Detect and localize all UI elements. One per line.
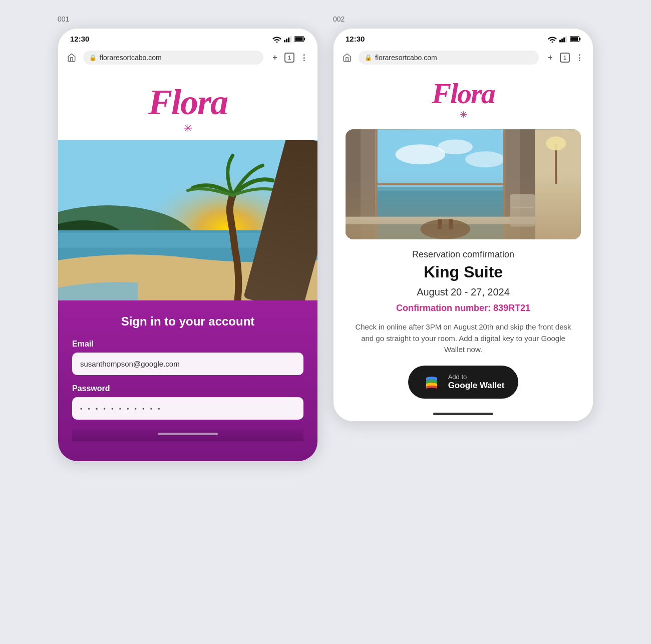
screen1-label: 001 — [58, 15, 69, 23]
svg-rect-37 — [555, 144, 557, 184]
phone2: 12:30 — [333, 28, 593, 422]
email-label: Email — [72, 340, 303, 349]
add-to-wallet-button[interactable]: Add to Google Wallet — [408, 366, 519, 399]
phone2-page-content: Flora ✳ — [334, 69, 593, 421]
svg-rect-20 — [579, 38, 581, 40]
wallet-text: Add to Google Wallet — [448, 373, 505, 391]
tab-count-2[interactable]: 1 — [560, 53, 570, 63]
room-svg — [346, 129, 581, 239]
tab-count-1[interactable]: 1 — [284, 53, 294, 63]
status-icons-1 — [272, 36, 305, 43]
svg-point-30 — [465, 151, 505, 167]
wifi-icon-2 — [548, 36, 557, 43]
svg-point-41 — [420, 219, 470, 239]
svg-point-0 — [276, 41, 278, 43]
svg-rect-4 — [290, 36, 291, 42]
phone1: 12:30 — [58, 28, 318, 462]
svg-rect-1 — [284, 40, 285, 42]
wallet-name-text: Google Wallet — [448, 381, 505, 391]
home-bar-2 — [433, 413, 493, 415]
svg-rect-35 — [520, 129, 535, 239]
email-input[interactable]: susanthompson@google.com — [72, 353, 303, 375]
wifi-icon — [272, 36, 281, 43]
browser-actions-2: + 1 ⋮ — [543, 50, 587, 65]
room-type: King Suite — [346, 263, 581, 281]
flora-asterisk-1: ✳ — [183, 122, 192, 135]
home-button-1[interactable] — [64, 50, 79, 65]
battery-icon — [294, 36, 305, 43]
svg-rect-16 — [561, 39, 563, 42]
svg-point-28 — [396, 144, 446, 164]
svg-rect-39 — [346, 217, 535, 239]
reservation-dates: August 20 - 27, 2024 — [346, 286, 581, 298]
browser-bar-2: 🔒 floraresortcabo.com + 1 ⋮ — [334, 46, 593, 69]
checkin-instructions: Check in online after 3PM on August 20th… — [346, 321, 581, 356]
beach-svg — [58, 140, 317, 300]
home-button-2[interactable] — [340, 50, 355, 65]
password-dots: • • • • • • • • • • • — [80, 406, 162, 413]
browser-actions-1: + 1 ⋮ — [267, 50, 311, 65]
svg-rect-27 — [376, 187, 505, 191]
menu-button-2[interactable]: ⋮ — [572, 50, 587, 65]
svg-rect-43 — [449, 219, 453, 229]
google-wallet-icon — [422, 373, 441, 392]
add-tab-button-1[interactable]: + — [267, 50, 282, 65]
url-text-2: floraresortcabo.com — [375, 54, 437, 62]
signal-icon-2 — [559, 36, 567, 43]
status-icons-2 — [548, 36, 581, 43]
browser-bar-1: 🔒 floraresortcabo.com + 1 ⋮ — [58, 46, 317, 69]
svg-rect-21 — [570, 37, 578, 41]
svg-rect-33 — [376, 183, 505, 185]
svg-rect-18 — [565, 36, 567, 42]
lock-icon-1: 🔒 — [89, 54, 97, 61]
signin-section: Sign in to your account Email susanthomp… — [58, 300, 317, 461]
status-time-2: 12:30 — [346, 35, 365, 43]
battery-icon-2 — [570, 36, 581, 43]
status-bar-1: 12:30 — [58, 29, 317, 46]
svg-rect-7 — [295, 37, 302, 41]
password-input[interactable]: • • • • • • • • • • • — [72, 397, 303, 420]
url-text-1: floraresortcabo.com — [100, 54, 162, 62]
flora-logo-1: Flora — [148, 84, 227, 120]
phone2-wrapper: 002 12:30 — [333, 15, 593, 422]
svg-point-38 — [546, 136, 566, 150]
svg-rect-3 — [288, 37, 289, 42]
svg-rect-24 — [346, 129, 361, 239]
status-time-1: 12:30 — [70, 35, 89, 43]
flora-asterisk-2: ✳ — [460, 109, 467, 120]
svg-rect-45 — [510, 194, 535, 208]
wallet-add-to-text: Add to — [448, 373, 505, 381]
phone1-page-content: Flora ✳ — [58, 69, 317, 461]
screen2-label: 002 — [333, 15, 345, 23]
svg-rect-40 — [346, 217, 535, 224]
url-bar-2[interactable]: 🔒 floraresortcabo.com — [359, 51, 539, 65]
svg-rect-15 — [559, 40, 561, 42]
svg-rect-17 — [563, 37, 565, 42]
svg-rect-2 — [286, 39, 287, 42]
confirmation-number: Confirmation number: 839RT21 — [346, 303, 581, 313]
status-bar-2: 12:30 — [334, 29, 593, 46]
url-bar-1[interactable]: 🔒 floraresortcabo.com — [83, 51, 263, 65]
lock-icon-2: 🔒 — [365, 54, 372, 61]
svg-point-29 — [438, 139, 473, 154]
signal-icon — [284, 36, 292, 43]
home-bar-1 — [158, 433, 218, 435]
password-label: Password — [72, 384, 303, 393]
reservation-subtitle: Reservation comfirmation — [346, 249, 581, 260]
room-image — [346, 129, 581, 239]
beach-image — [58, 140, 317, 300]
phone1-wrapper: 001 12:30 — [58, 15, 318, 462]
home-indicator-1 — [72, 429, 303, 441]
svg-rect-44 — [510, 207, 535, 227]
svg-rect-13 — [58, 233, 317, 248]
svg-point-14 — [552, 41, 553, 43]
signin-title: Sign in to your account — [72, 314, 303, 329]
svg-rect-26 — [376, 189, 505, 239]
home-indicator-2 — [334, 409, 593, 421]
add-tab-button-2[interactable]: + — [543, 50, 558, 65]
menu-button-1[interactable]: ⋮ — [296, 50, 311, 65]
flora-logo-2: Flora — [432, 79, 494, 108]
svg-rect-6 — [304, 38, 305, 40]
flora-header-2: Flora ✳ — [334, 69, 593, 124]
svg-rect-31 — [376, 129, 378, 239]
